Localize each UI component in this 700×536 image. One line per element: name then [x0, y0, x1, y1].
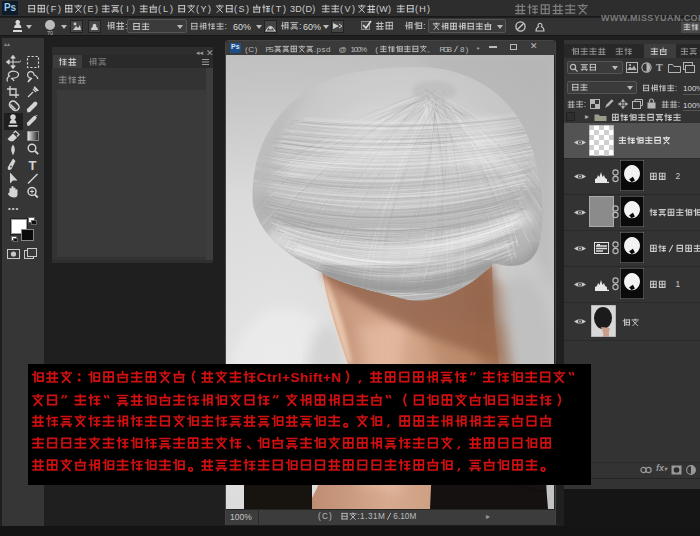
- svg-text::: :: [675, 83, 677, 92]
- svg-text:(I): (I): [120, 4, 135, 14]
- svg-text:RGB: RGB: [440, 44, 453, 53]
- svg-text:PS: PS: [266, 44, 274, 53]
- svg-text:2: 2: [675, 171, 680, 181]
- svg-text::: :: [224, 21, 226, 31]
- svg-text::: :: [299, 20, 302, 31]
- svg-text:,: ,: [427, 44, 429, 53]
- svg-text:(C): (C): [318, 512, 332, 521]
- svg-text:@: @: [338, 44, 346, 53]
- svg-text:(E): (E): [83, 4, 98, 14]
- svg-text:.psd: .psd: [314, 44, 331, 53]
- svg-text:1: 1: [675, 279, 680, 289]
- svg-text::: :: [678, 99, 680, 109]
- svg-text:6.10M: 6.10M: [393, 512, 416, 521]
- svg-text::1.31M: :1.31M: [357, 512, 385, 521]
- svg-text:Ctrl+Shift+N: Ctrl+Shift+N: [257, 370, 341, 385]
- svg-text::: :: [584, 99, 586, 109]
- svg-text:(F): (F): [46, 4, 61, 14]
- svg-text:70: 70: [47, 30, 53, 36]
- svg-text:(H): (H): [415, 4, 430, 14]
- svg-text:(W): (W): [376, 4, 391, 14]
- svg-text::: :: [423, 20, 426, 31]
- svg-text:(: (: [375, 44, 378, 53]
- svg-text:(L): (L): [158, 4, 173, 14]
- svg-text:3D(D): 3D(D): [290, 4, 315, 14]
- svg-text:8): 8): [460, 44, 469, 53]
- svg-text:(Y): (Y): [196, 4, 211, 14]
- svg-text:(T): (T): [271, 4, 286, 14]
- svg-text:100%: 100%: [351, 44, 368, 53]
- svg-text:(S): (S): [234, 4, 249, 14]
- svg-text:(C): (C): [245, 44, 258, 53]
- svg-text:*: *: [476, 44, 479, 53]
- svg-text:(V): (V): [340, 4, 355, 14]
